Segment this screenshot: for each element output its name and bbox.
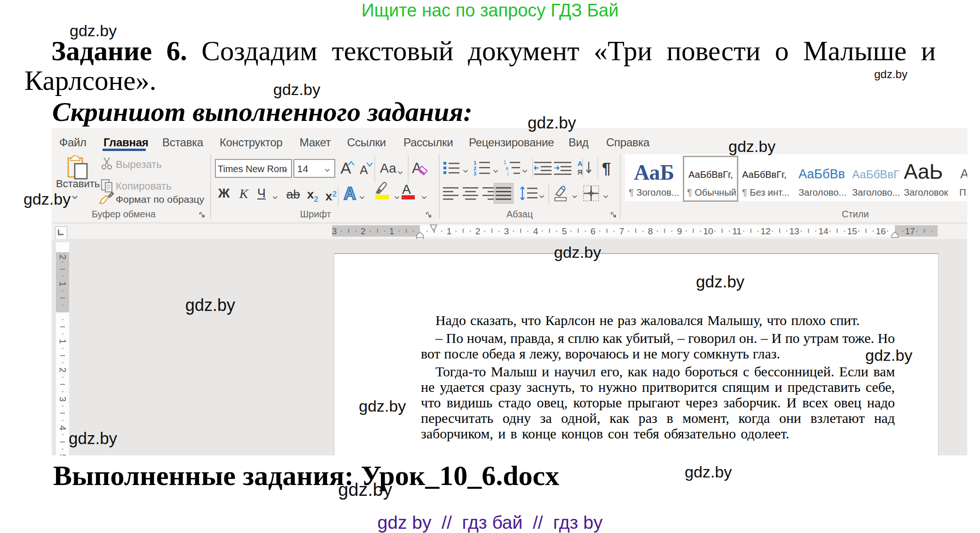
svg-text:1: 1	[474, 160, 476, 166]
svg-text:i: i	[507, 171, 508, 176]
svg-text:3: 3	[474, 171, 476, 176]
svg-text:Я: Я	[577, 168, 583, 176]
svg-text:А: А	[577, 159, 583, 167]
svg-text:a: a	[506, 166, 508, 171]
svg-text:1: 1	[504, 160, 506, 165]
